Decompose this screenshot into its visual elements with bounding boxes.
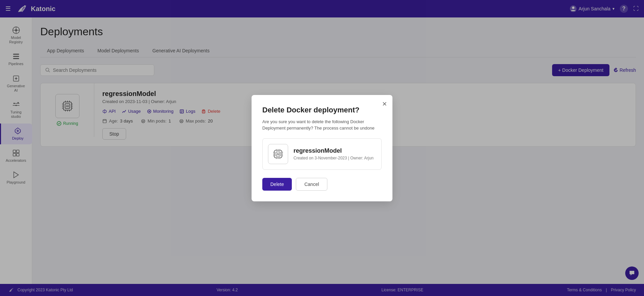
modal-close-button[interactable]: ✕ xyxy=(382,100,387,108)
modal-cancel-button[interactable]: Cancel xyxy=(296,178,327,191)
modal-delete-button[interactable]: Delete xyxy=(262,178,292,191)
svg-text:AI: AI xyxy=(277,152,279,155)
modal-title: Delete Docker deployment? xyxy=(262,106,382,114)
modal-model-meta: Created on 3-November-2023 | Owner: Arju… xyxy=(293,156,374,160)
modal-model-info: regressionModel Created on 3-November-20… xyxy=(293,147,374,160)
delete-modal: ✕ Delete Docker deployment? Are you sure… xyxy=(252,95,392,201)
modal-actions: Delete Cancel xyxy=(262,178,382,191)
modal-overlay[interactable]: ✕ Delete Docker deployment? Are you sure… xyxy=(0,0,644,296)
modal-chip-icon: AI xyxy=(271,147,285,161)
modal-model-preview: AI regressionModel Created on xyxy=(262,138,382,170)
modal-model-name: regressionModel xyxy=(293,147,374,154)
modal-model-icon: AI xyxy=(268,144,288,164)
modal-description: Are you sure you want to delete the foll… xyxy=(262,118,382,132)
